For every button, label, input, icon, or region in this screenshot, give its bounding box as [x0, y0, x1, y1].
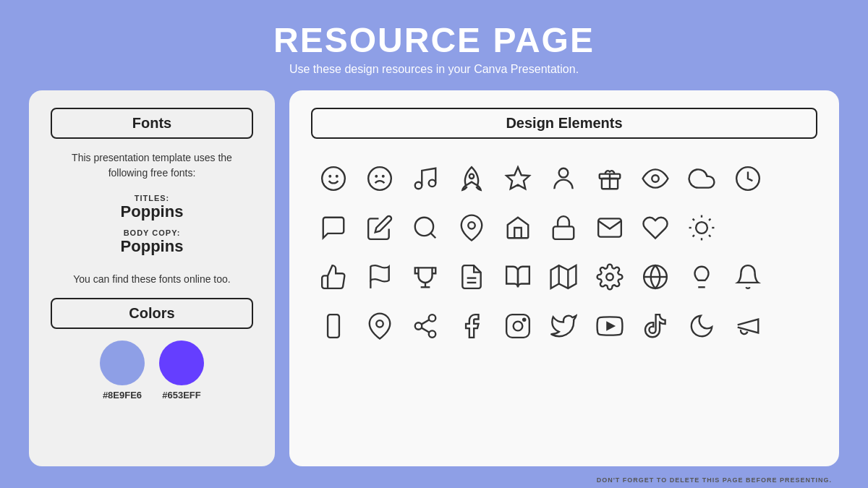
icon-thumbsup: [311, 254, 356, 299]
icon-pin: [449, 205, 494, 250]
icon-youtube: [587, 304, 632, 348]
svg-point-5: [383, 176, 384, 177]
icon-bell: [726, 254, 770, 299]
svg-point-49: [523, 319, 525, 321]
icon-heart: [633, 205, 678, 250]
icon-map: [541, 254, 586, 299]
footer-note: DON'T FORGET TO DELETE THIS PAGE BEFORE …: [0, 474, 868, 488]
fonts-online-text: You can find these fonts online too.: [73, 273, 230, 285]
icon-sun: [679, 205, 724, 250]
page-title: RESOURCE PAGE: [0, 20, 868, 60]
svg-point-6: [415, 182, 422, 189]
color-hex-2: #653EFF: [162, 390, 200, 401]
fonts-label: Fonts: [51, 108, 253, 139]
fonts-description: This presentation template uses the foll…: [51, 150, 253, 181]
main-content: Fonts This presentation template uses th…: [0, 83, 868, 474]
svg-point-44: [429, 330, 436, 338]
icon-sad: [357, 156, 402, 201]
color-item-2: #653EFF: [159, 341, 204, 401]
icon-mail: [587, 205, 632, 250]
color-item-1: #8E9FE6: [100, 341, 145, 401]
svg-point-15: [415, 218, 433, 236]
svg-point-0: [322, 167, 345, 190]
svg-point-42: [429, 314, 436, 322]
svg-rect-39: [328, 314, 339, 338]
icon-megaphone: [726, 304, 770, 348]
icon-music: [403, 156, 448, 201]
icon-empty-1: [771, 156, 816, 201]
page-subtitle: Use these design resources in your Canva…: [0, 63, 868, 76]
icon-person: [541, 156, 586, 201]
icon-star: [495, 156, 540, 201]
icon-cloud: [679, 156, 724, 201]
icon-book: [495, 254, 540, 299]
svg-point-17: [468, 222, 475, 229]
body-label: BODY COPY:: [121, 228, 184, 237]
svg-point-36: [606, 273, 613, 281]
svg-marker-33: [551, 265, 576, 288]
svg-rect-18: [553, 226, 574, 239]
svg-point-2: [336, 176, 338, 177]
svg-line-23: [709, 235, 710, 236]
svg-point-48: [513, 322, 522, 331]
titles-font-entry: TITLES: Poppins: [121, 194, 184, 221]
svg-marker-9: [506, 167, 529, 189]
color-swatch-1: [100, 341, 145, 385]
icon-facebook: [449, 304, 494, 348]
icon-empty-3: [771, 205, 816, 250]
svg-line-27: [709, 219, 710, 221]
icon-empty-5: [771, 304, 816, 348]
icon-share: [403, 304, 448, 348]
icon-phone: [311, 304, 356, 348]
colors-label: Colors: [51, 298, 253, 329]
icon-empty-4: [771, 254, 816, 299]
svg-point-4: [375, 176, 377, 177]
icon-smile: [311, 156, 356, 201]
icon-settings: [587, 254, 632, 299]
svg-line-46: [422, 320, 430, 324]
color-hex-1: #8E9FE6: [103, 390, 142, 401]
svg-line-16: [431, 233, 436, 238]
svg-point-43: [415, 322, 422, 330]
svg-marker-50: [607, 322, 613, 330]
svg-point-10: [559, 168, 569, 178]
body-font-entry: BODY COPY: Poppins: [121, 228, 184, 256]
svg-point-13: [652, 175, 660, 182]
design-elements-label: Design Elements: [311, 108, 817, 139]
svg-point-19: [696, 222, 707, 234]
color-swatch-2: [159, 341, 204, 385]
icon-search: [403, 205, 448, 250]
body-font-name: Poppins: [121, 237, 184, 256]
titles-font-name: Poppins: [121, 202, 184, 221]
svg-point-41: [376, 320, 383, 328]
icon-globe: [633, 254, 678, 299]
icon-file: [449, 254, 494, 299]
icon-home: [495, 205, 540, 250]
icon-instagram: [495, 304, 540, 348]
icon-trophy: [403, 254, 448, 299]
icon-moon: [679, 304, 724, 348]
svg-line-26: [693, 235, 694, 236]
icon-location: [357, 304, 402, 348]
icon-tiktok: [633, 304, 678, 348]
icon-bulb: [679, 254, 724, 299]
icon-pencil: [357, 205, 402, 250]
titles-label: TITLES:: [121, 194, 184, 202]
svg-point-8: [469, 174, 474, 179]
page-header: RESOURCE PAGE Use these design resources…: [0, 0, 868, 83]
svg-point-3: [368, 167, 391, 190]
icons-grid: [311, 156, 817, 348]
icon-lock: [541, 205, 586, 250]
icon-eye: [633, 156, 678, 201]
right-panel: Design Elements: [289, 90, 839, 466]
icon-gift: [587, 156, 632, 201]
svg-point-7: [429, 180, 436, 187]
icon-chat: [311, 205, 356, 250]
icon-rocket: [449, 156, 494, 201]
icon-flag: [357, 254, 402, 299]
left-panel: Fonts This presentation template uses th…: [29, 90, 275, 466]
svg-line-45: [422, 328, 430, 332]
icon-twitter: [541, 304, 586, 348]
svg-line-22: [693, 219, 694, 221]
color-swatches: #8E9FE6 #653EFF: [100, 341, 204, 401]
